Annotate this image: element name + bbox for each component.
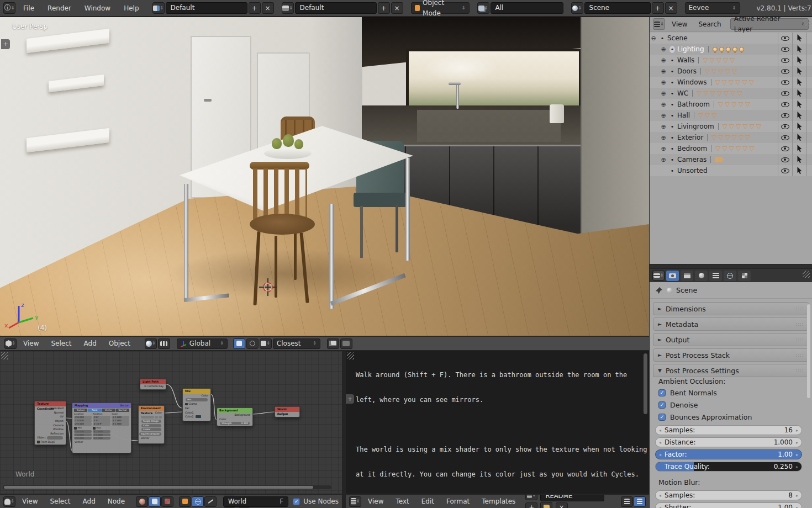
text-editor[interactable]: Walk around (Shift + F). There is a bath…	[346, 351, 649, 494]
ne-menu-select[interactable]: Select	[44, 495, 76, 507]
outliner-row-livingroom[interactable]: ⊕•Livingroom▽▽▽▽▽▽	[650, 121, 812, 132]
corner-resize-handle[interactable]	[803, 271, 810, 278]
toolbar-expand-tab[interactable]: +	[1, 39, 10, 49]
corner-resize-handle[interactable]	[803, 19, 810, 26]
from-dupli-checkbox[interactable]	[37, 441, 40, 443]
outliner-row-exterior[interactable]: ⊕•Exterior▽▽▽▽▽▽	[650, 132, 812, 143]
shader-type-object-button[interactable]	[179, 496, 191, 507]
tab-texture[interactable]	[738, 271, 751, 281]
add-workspace-button[interactable]: +	[249, 2, 261, 14]
outliner-row-unsorted[interactable]: •Unsorted	[650, 165, 812, 176]
shader-type-world-button[interactable]	[192, 496, 204, 507]
close-workspace-button[interactable]: ×	[262, 2, 274, 14]
mapping-tab-texture[interactable]: Texture	[74, 409, 87, 412]
ao-trace-quality-slider[interactable]: ◂Trace Quality:0.250▸	[655, 462, 802, 472]
vp-menu-object[interactable]: Object	[103, 337, 136, 350]
node-light-path[interactable]: Light Path Is Camera Ray	[140, 379, 166, 390]
ao-samples-slider[interactable]: ◂Samples:16▸	[655, 425, 802, 435]
expand-icon[interactable]: ⊕	[660, 112, 667, 119]
text-editor-scrollbar[interactable]	[644, 353, 647, 414]
text-datablock-dropdown[interactable]: ⇕	[525, 494, 537, 500]
scene-name-field[interactable]: Scene	[584, 2, 651, 14]
snap-toggle-button[interactable]	[233, 338, 245, 349]
visibility-eye-icon[interactable]	[781, 91, 789, 96]
add-scene-button[interactable]: +	[652, 2, 664, 14]
editor-type-dropdown[interactable]: ⇕	[652, 271, 665, 281]
editor-type-dropdown[interactable]: ⇕	[3, 496, 15, 507]
collection-label[interactable]: Bedroom	[677, 145, 707, 152]
unlink-text-button[interactable]: ×	[556, 502, 568, 508]
outliner-row-bathroom[interactable]: ⊕•Bathroom▽▽▽▽▽	[650, 99, 812, 110]
add-layout-button[interactable]: +	[378, 2, 390, 14]
node-world-output[interactable]: World Output Surface	[275, 406, 300, 417]
selectability-cursor-icon[interactable]	[797, 167, 803, 174]
expand-icon[interactable]: ⊕	[660, 57, 667, 64]
word-wrap-toggle[interactable]	[634, 496, 646, 507]
area-splitter[interactable]	[650, 264, 812, 268]
selectability-cursor-icon[interactable]	[797, 45, 803, 53]
expand-icon[interactable]: ⊕	[660, 68, 667, 75]
bounces-approximation-checkbox[interactable]: ✓	[658, 414, 666, 421]
visibility-eye-icon[interactable]	[781, 146, 789, 151]
mb-samples-slider[interactable]: ◂Samples:8▸	[655, 490, 802, 500]
outliner-row-scene[interactable]: ⊖ • Scene	[650, 33, 812, 44]
display-filter-icon-button[interactable]: ⇕	[477, 2, 489, 14]
visibility-eye-icon[interactable]	[781, 69, 789, 74]
collection-label[interactable]: Livingroom	[677, 123, 714, 130]
use-nodes-checkbox[interactable]: ✓	[293, 498, 300, 505]
mb-shutter-slider[interactable]: ◂Shutter:1.00▸	[655, 502, 802, 508]
proportional-edit-button[interactable]	[246, 338, 259, 349]
denoise-checkbox[interactable]: ✓	[658, 401, 666, 409]
vp-menu-select[interactable]: Select	[45, 337, 77, 350]
shader-context-scene-button[interactable]	[149, 496, 161, 507]
outliner-row-windows[interactable]: ⊕•Windows▽▽▽▽▽▽	[650, 77, 812, 88]
outliner-row-lighting[interactable]: ⊕•Lighting	[650, 44, 812, 55]
selectability-cursor-icon[interactable]	[797, 112, 803, 119]
properties-scrollbar[interactable]	[807, 304, 810, 398]
open-text-button[interactable]	[540, 502, 552, 508]
clamp-checkbox[interactable]	[185, 403, 188, 406]
outliner-row-bedroom[interactable]: ⊕•Bedroom▽▽▽▽▽▽	[650, 143, 812, 154]
vp-menu-view[interactable]: View	[18, 337, 44, 350]
collection-label[interactable]: Walls	[677, 56, 694, 64]
visibility-eye-icon[interactable]	[781, 58, 789, 63]
selectability-cursor-icon[interactable]	[797, 34, 803, 42]
pivot-point-dropdown[interactable]: ⇕	[145, 338, 157, 349]
tab-world[interactable]	[724, 271, 736, 281]
expand-icon[interactable]: ⊕	[660, 46, 667, 53]
selectability-cursor-icon[interactable]	[797, 100, 803, 108]
expand-icon[interactable]: ⊕	[660, 145, 667, 152]
outliner-row-hall[interactable]: ⊕•Hall▽▽▽	[650, 110, 812, 121]
ao-distance-slider[interactable]: ◂Distance:1.000▸	[655, 437, 802, 447]
visibility-eye-icon[interactable]	[781, 124, 789, 129]
snap-element-dropdown[interactable]: ⇕	[260, 338, 272, 349]
image-datablock[interactable]	[139, 415, 164, 420]
new-text-button[interactable]: +	[525, 502, 537, 508]
fake-user-button[interactable]: F	[280, 496, 283, 507]
world-datablock-dropdown[interactable]: ⇕	[223, 494, 235, 495]
ne-menu-node[interactable]: Node	[102, 495, 130, 507]
panel-post-process-stack[interactable]: ►Post Process Stack∷∷	[653, 348, 809, 362]
workspace-name-b[interactable]: Default	[295, 2, 377, 14]
ol-menu-view[interactable]: View	[667, 18, 692, 30]
layout-icon[interactable]: ⇕	[282, 2, 294, 14]
color2-swatch[interactable]	[196, 415, 201, 418]
vp-menu-add[interactable]: Add	[78, 337, 102, 350]
menu-file[interactable]: File	[18, 2, 40, 14]
selectability-cursor-icon[interactable]	[797, 89, 803, 97]
shader-node-editor[interactable]: Texture Coordinate Generated Normal UV O…	[0, 351, 342, 494]
render-animation-button[interactable]	[340, 338, 352, 349]
node-background[interactable]: Background Background Color Strength0.30…	[217, 408, 253, 426]
panel-metadata[interactable]: ►Metadata∷∷	[653, 318, 809, 331]
mode-dropdown[interactable]: Object Mode⇕	[411, 2, 470, 14]
mapping-tab-normal[interactable]: Normal	[116, 409, 129, 412]
display-filter-field[interactable]: All	[491, 2, 563, 14]
selectability-cursor-icon[interactable]	[797, 123, 803, 130]
tab-output[interactable]	[681, 271, 693, 281]
collection-label[interactable]: Hall	[677, 112, 690, 119]
expand-icon[interactable]: ⊕	[660, 156, 667, 163]
visibility-eye-icon[interactable]	[781, 157, 789, 162]
gizmo-toggle-button[interactable]	[158, 338, 170, 349]
snap-target-dropdown[interactable]: Closest⇕	[273, 338, 320, 349]
visibility-eye-icon[interactable]	[781, 47, 789, 52]
